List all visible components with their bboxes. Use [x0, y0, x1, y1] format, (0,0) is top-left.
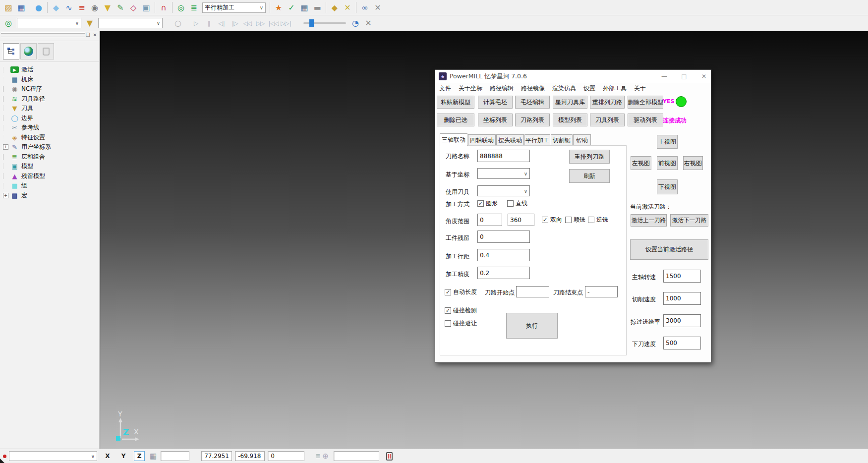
- tool-holder-icon[interactable]: ▼: [102, 1, 114, 13]
- angle-from-input[interactable]: [477, 214, 502, 226]
- stepover-input[interactable]: [477, 249, 530, 261]
- tree-item-activate[interactable]: ▶激活: [2, 65, 99, 75]
- strategy-dropdown[interactable]: 平行精加工∨: [202, 2, 266, 13]
- tab-globe[interactable]: [20, 43, 37, 59]
- close-toolbar-icon[interactable]: ✕: [372, 1, 384, 13]
- circular-checkbox[interactable]: 圆形: [477, 199, 498, 208]
- coord-x-field[interactable]: 77.2951: [201, 451, 232, 461]
- dialog-tab-三轴联动[interactable]: 三轴联动: [440, 133, 467, 146]
- view-right-button[interactable]: 右视图: [683, 156, 703, 170]
- based-coord-dropdown[interactable]: ∨: [477, 168, 530, 179]
- action-button-刀具列表[interactable]: 刀具列表: [590, 114, 625, 126]
- fast-forward-icon[interactable]: ▷▷: [254, 17, 266, 29]
- feed-rate-icon[interactable]: ≡: [76, 1, 88, 13]
- action-button-星河刀具库[interactable]: 星河刀具库: [553, 96, 587, 109]
- save-icon[interactable]: ▦: [15, 1, 27, 13]
- view-front-button[interactable]: 前视图: [657, 156, 678, 170]
- grid-size-field[interactable]: [161, 451, 189, 461]
- tolerance-input[interactable]: [477, 267, 530, 279]
- collision-check-checkbox[interactable]: 碰撞检测: [445, 306, 477, 315]
- expand-plus-icon[interactable]: +: [3, 193, 8, 198]
- tree-item-machine[interactable]: ▦机床: [2, 75, 99, 85]
- action-button-计算毛坯[interactable]: 计算毛坯: [478, 96, 513, 109]
- menu-item-关于[interactable]: 关于: [634, 84, 646, 93]
- sim-speed-slider[interactable]: [303, 18, 346, 28]
- tree-item-workplane[interactable]: +✎用户坐标系: [2, 142, 99, 152]
- pattern-points-icon[interactable]: ◇: [127, 1, 139, 13]
- close-icon[interactable]: ✕: [700, 73, 708, 80]
- light-bulb-icon[interactable]: ○: [172, 17, 184, 29]
- action-button-删除已选[interactable]: 删除已选: [437, 114, 474, 126]
- rewind-icon[interactable]: ◁◁: [241, 17, 253, 29]
- grid-icon[interactable]: ▦: [150, 452, 157, 461]
- tool-pair-icon[interactable]: ◆: [329, 1, 341, 13]
- toolpath-strategy-icon[interactable]: ◎: [175, 1, 187, 13]
- tool-sphere-icon[interactable]: ◉: [89, 1, 101, 13]
- toolpath-draw-icon[interactable]: ∿: [63, 1, 75, 13]
- transform-arrows-icon[interactable]: ✕: [342, 1, 353, 13]
- sim-toolpath-dropdown[interactable]: ∨: [17, 18, 81, 28]
- strategy-list-icon[interactable]: ≣: [188, 1, 200, 13]
- sim-tool-dropdown[interactable]: ∨: [98, 18, 163, 28]
- binoculars-icon[interactable]: ∞: [359, 1, 371, 13]
- use-tool-dropdown[interactable]: ∨: [477, 185, 530, 196]
- action-button-毛坯编辑[interactable]: 毛坯编辑: [515, 96, 550, 109]
- menu-item-文件[interactable]: 文件: [439, 84, 451, 93]
- clock-icon[interactable]: ◔: [349, 17, 361, 29]
- workplane-dropdown[interactable]: ∨: [9, 451, 97, 461]
- tree-item-toolpath[interactable]: ≋刀具路径: [2, 94, 99, 104]
- menu-item-路径镜像[interactable]: 路径镜像: [521, 84, 545, 93]
- dialog-tab-平行加工[interactable]: 平行加工: [524, 134, 550, 146]
- action-button-驱动列表[interactable]: 驱动列表: [628, 114, 663, 126]
- go-end-icon[interactable]: ▷▷∣: [280, 17, 292, 29]
- dialog-tab-摆头联动[interactable]: 摆头联动: [496, 134, 524, 146]
- conventional-mill-checkbox[interactable]: 逆铣: [588, 216, 608, 224]
- auto-length-checkbox[interactable]: 自动长度: [445, 288, 477, 296]
- tab-trash[interactable]: [38, 43, 54, 59]
- climb-mill-checkbox[interactable]: 顺铣: [565, 216, 585, 224]
- angle-to-input[interactable]: [508, 214, 534, 226]
- action-button-删除全部模型[interactable]: 删除全部模型: [628, 96, 663, 109]
- dialog-tab-四轴联动[interactable]: 四轴联动: [468, 134, 496, 146]
- step-back-icon[interactable]: ◁∣: [216, 17, 228, 29]
- tool-check-icon[interactable]: ✓: [286, 1, 297, 13]
- expand-plus-icon[interactable]: +: [3, 144, 8, 150]
- tree-item-model[interactable]: ▣模型: [2, 162, 99, 172]
- curve-editor-icon[interactable]: ✎: [115, 1, 126, 13]
- slider-handle[interactable]: [309, 19, 314, 27]
- tree-item-tool[interactable]: ▼刀具: [2, 104, 99, 114]
- go-start-icon[interactable]: ∣◁◁: [267, 17, 279, 29]
- menu-item-外部工具[interactable]: 外部工具: [603, 84, 627, 93]
- view-top-button[interactable]: 上视图: [657, 135, 678, 149]
- dialog-tab-帮助[interactable]: 帮助: [573, 134, 591, 146]
- play-icon[interactable]: ▷: [190, 17, 202, 29]
- minimize-icon[interactable]: —: [660, 73, 668, 80]
- coord-y-field[interactable]: -69.918: [235, 451, 265, 461]
- tree-item-levels[interactable]: ≣层和组合: [2, 152, 99, 162]
- refresh-button[interactable]: 刷新: [569, 169, 610, 183]
- action-button-粘贴新模型[interactable]: 粘贴新模型: [437, 96, 474, 109]
- sim-tool-icon[interactable]: ▼: [84, 17, 96, 29]
- rearrange-toolpaths-button[interactable]: 重排列刀路: [569, 150, 610, 164]
- axis-y-button[interactable]: Y: [118, 451, 129, 461]
- calculator-icon[interactable]: ▦: [298, 1, 310, 13]
- cutting-feed-input[interactable]: [663, 292, 701, 305]
- stock-remain-input[interactable]: [477, 231, 530, 243]
- view-bottom-button[interactable]: 下视图: [657, 179, 678, 194]
- set-active-path-button[interactable]: 设置当前激活路径: [630, 239, 708, 260]
- tree-item-stock-model[interactable]: ▲残留模型: [2, 172, 99, 181]
- end-point-input[interactable]: [585, 286, 618, 297]
- coord-z-field[interactable]: 0: [268, 451, 304, 461]
- toolpath-name-input[interactable]: [477, 150, 530, 162]
- collision-avoid-checkbox[interactable]: 碰撞避让: [445, 319, 477, 328]
- execute-button[interactable]: 执行: [506, 313, 558, 339]
- menu-item-关于坐标[interactable]: 关于坐标: [459, 84, 482, 93]
- view-left-button[interactable]: 左视图: [631, 156, 651, 170]
- collision-arc-icon[interactable]: ∩: [158, 1, 170, 13]
- skim-feed-input[interactable]: [663, 314, 701, 327]
- tree-item-pattern[interactable]: ✂参考线: [2, 123, 99, 133]
- panel-close-icon[interactable]: ✕: [92, 32, 98, 38]
- panel-restore-icon[interactable]: ❐: [85, 32, 91, 38]
- tree-item-boundary[interactable]: ◯边界: [2, 114, 99, 123]
- block-icon[interactable]: ◆: [50, 1, 62, 13]
